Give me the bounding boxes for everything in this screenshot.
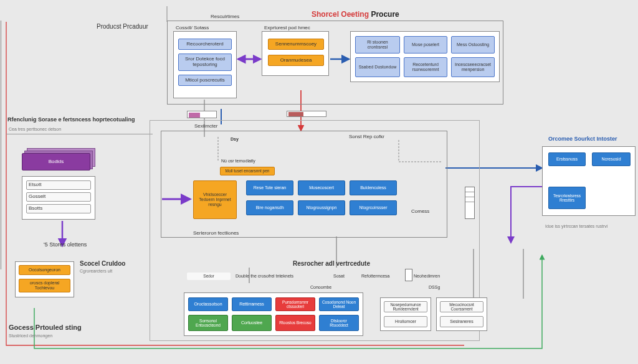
sosat-label: Sosat [333, 274, 345, 278]
exp-pod-2: Oranmudesea [268, 55, 324, 66]
trg-6: Incescseeecracset menpersion [451, 57, 495, 77]
trg-3: Mess Ostoosting [451, 36, 495, 54]
left-section-sub: Cea tres perttsonec detson [9, 127, 61, 131]
bot-4: Cosodonond Noon Deleat [319, 297, 359, 311]
scocel-box-2: oroscs dopleral Tochievou [19, 279, 70, 292]
left-divider [6, 134, 153, 134]
rp-1: Erstssnoss [548, 152, 586, 166]
rp-3: Tesrcrkratsress Rresttirs [548, 187, 586, 209]
scolurt-label: Double the crosofrel tnteknets [236, 274, 293, 278]
bot-6: Cortuostee [232, 315, 272, 331]
bot-2: Rettirramess [232, 297, 272, 311]
group-exp-pod [262, 31, 329, 76]
gocess-label: Gocess Prtouled sting [9, 324, 82, 331]
bot-7: Rtoostos Brecoso [275, 315, 315, 331]
right-sub: Idoe iss yirtrccan tersates rustrvi [545, 224, 632, 228]
sedor-label: Sedor [187, 273, 231, 280]
scocel-label: Scocel Cruldoo [80, 260, 125, 267]
resrocher-label: Resrocher adl vertrcedute [293, 260, 370, 267]
left-list-2: Gosselt [26, 192, 91, 202]
server-icon-2 [405, 269, 412, 281]
refot-label: Refottermcesa [361, 274, 390, 278]
group-exp-pod-label: Exprtorest pod hmec [264, 25, 310, 30]
bot-8: Dtsloorcr Rtooddect [319, 315, 359, 331]
bot-1: Oroctassotson [188, 297, 228, 311]
purple-card-front: Bodids [22, 153, 90, 170]
exp-pod-1: Sennenummscoey [268, 39, 324, 50]
top-small-label: Resculrtimes [211, 14, 239, 19]
trg-2: Mose poselert [404, 36, 447, 54]
conoombe-label: Conoombe [310, 285, 331, 289]
cossdl-item-3: Mticol poscrecutls [178, 75, 232, 86]
gocess-sub: Stustriced denmongen [9, 334, 52, 338]
br-2: Hroliomcer [384, 316, 427, 327]
cossdl-item-1: Recoorcheroterd [178, 39, 232, 50]
br-1: Nosepedomunce Rundeerndent [384, 301, 427, 312]
prod-proc-label: Producst Prcaduur [97, 23, 148, 30]
trg-5: Reccetenturd rsorwooremnt [404, 57, 447, 77]
br-3: Mecocinocsnt Coorssment [440, 301, 483, 312]
scocel-sub: Cgrorearcters ult [80, 269, 112, 273]
rp-2: Ncresosid [592, 152, 631, 166]
stores-label: '5 Stores olettens [44, 241, 87, 248]
trg-4: Ssabed Dostondow [355, 57, 400, 77]
dssg-label: DSSg [429, 285, 440, 289]
left-list-1: Etsott [26, 180, 91, 190]
trg-1: Ri stoonen cronbsresl [355, 36, 400, 54]
scocel-box-1: Occolsongeoron [19, 265, 70, 275]
left-edge-line [1, 21, 1, 269]
bot-5: Sorrsonol Entooscteond [188, 315, 228, 331]
bot-3: Punsdomsmnr ctssooterl [275, 297, 315, 311]
right-title: Orcomee Sourkct Intoster [548, 136, 617, 142]
main-title: Shorcel Oeeting Procure [312, 10, 399, 19]
br-4: Seslraneres [440, 316, 483, 327]
mini-bar-2 [287, 111, 326, 117]
left-list-3: Bsotts [26, 204, 91, 213]
neohe-label: Neohedimren [414, 274, 440, 278]
cossdl-item-2: Sror Dotekce focd tepostoring [178, 54, 232, 71]
mini-bar-1 [187, 111, 217, 118]
group-cossdl-label: Cossdl/ Sotass [176, 25, 209, 30]
